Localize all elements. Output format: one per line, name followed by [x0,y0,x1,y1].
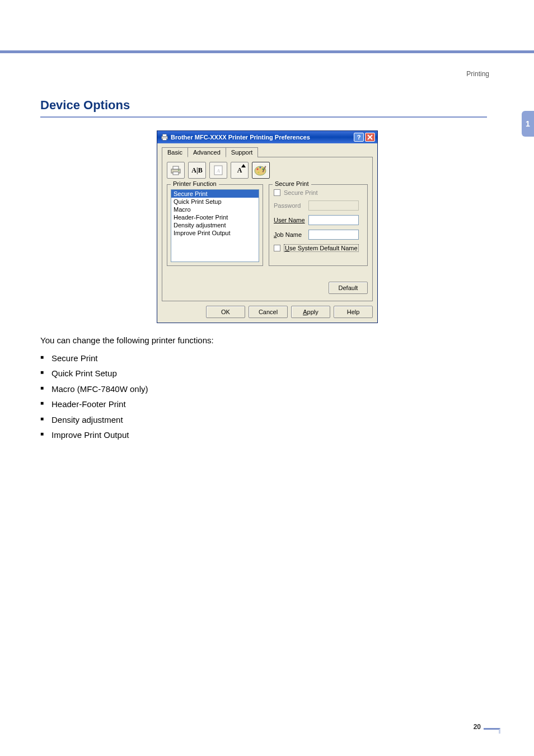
print-quality-icon-button[interactable] [167,162,185,179]
cancel-button[interactable]: Cancel [249,306,288,318]
body-text: You can change the following printer fun… [40,333,488,444]
printer-icon [170,165,182,176]
svg-text:A: A [216,168,220,174]
device-options-icon-button[interactable] [252,162,270,179]
watermark-icon: A [212,165,224,176]
list-item[interactable]: Secure Print [171,190,259,198]
list-item: Improve Print Output [40,428,488,442]
tab-basic[interactable]: Basic [162,147,188,157]
svg-rect-2 [163,138,167,141]
password-row: Password [274,200,363,211]
svg-point-15 [257,171,259,173]
job-name-row: Job Name [274,230,363,240]
printer-function-fieldset: Printer Function Secure Print Quick Prin… [167,184,263,266]
list-item[interactable]: Header-Footer Print [171,213,259,221]
use-system-default-row: Use System Default Name [274,244,363,252]
printer-function-list[interactable]: Secure Print Quick Print Setup Macro Hea… [171,189,259,262]
password-label: Password [274,202,308,209]
printing-preferences-dialog: Brother MFC-XXXX Printer Printing Prefer… [157,130,378,323]
list-item[interactable]: Density adjustment [171,221,259,229]
watermark-icon-button[interactable]: A [209,162,227,179]
svg-point-13 [259,166,261,168]
svg-point-8 [178,170,179,171]
list-item[interactable]: Quick Print Setup [171,198,259,206]
body-intro: You can change the following printer fun… [40,333,488,348]
ab-icon: A|B [191,166,202,175]
duplex-icon-button[interactable]: A|B [188,162,206,179]
user-name-row: User Name [274,215,363,225]
palette-icon [254,164,268,176]
svg-rect-6 [173,166,179,169]
chapter-side-tab: 1 [522,111,534,137]
section-title: Device Options [40,98,130,113]
svg-rect-1 [163,134,167,137]
default-button[interactable]: Default [329,282,368,294]
use-system-default-checkbox[interactable] [274,245,280,251]
secure-print-checkbox-label: Secure Print [284,189,318,196]
user-name-label: User Name [274,217,308,223]
tab-support[interactable]: Support [226,147,259,157]
tab-row: Basic Advanced Support [162,147,373,157]
titlebar-close-button[interactable] [365,133,375,142]
list-item: Header-Footer Print [40,397,488,412]
breadcrumb: Printing [466,70,489,78]
section-title-underline [40,116,487,118]
close-icon [367,134,373,140]
secure-print-legend: Secure Print [273,180,311,187]
list-item: Density adjustment [40,413,488,427]
user-name-field[interactable] [308,215,359,225]
job-name-label: Job Name [274,231,308,238]
body-list: Secure Print Quick Print Setup Macro (MF… [40,351,488,442]
use-system-default-label: Use System Default Name [284,244,359,252]
advanced-tab-panel: A|B A A [162,157,373,301]
top-accent-bar [0,50,534,53]
page-number: 20 [474,723,481,731]
titlebar-help-button[interactable]: ? [354,133,364,142]
printer-app-icon [161,133,168,141]
page-number-tick [484,728,500,734]
list-item[interactable]: Macro [171,206,259,213]
apply-button[interactable]: Apply [291,306,330,318]
dialog-title: Brother MFC-XXXX Printer Printing Prefer… [171,134,354,141]
ok-button[interactable]: OK [206,306,245,318]
job-name-field[interactable] [308,230,359,240]
list-item[interactable]: Improve Print Output [171,229,259,237]
list-item: Secure Print [40,351,488,366]
svg-rect-7 [173,172,179,175]
font-increase-icon: A [237,166,242,175]
tab-advanced[interactable]: Advanced [188,147,226,157]
secure-print-checkbox-row: Secure Print [274,189,363,196]
list-item: Macro (MFC-7840W only) [40,382,488,396]
svg-point-12 [256,168,258,170]
printer-function-legend: Printer Function [171,180,219,187]
help-button[interactable]: Help [334,306,373,318]
icon-toolbar: A|B A A [167,162,368,179]
page-setting-icon-button[interactable]: A [231,162,249,179]
dialog-titlebar: Brother MFC-XXXX Printer Printing Prefer… [157,131,377,143]
secure-print-panel: Secure Print Secure Print Password User … [269,184,368,266]
list-item: Quick Print Setup [40,366,488,381]
password-field [308,200,359,211]
secure-print-checkbox[interactable] [274,189,280,196]
